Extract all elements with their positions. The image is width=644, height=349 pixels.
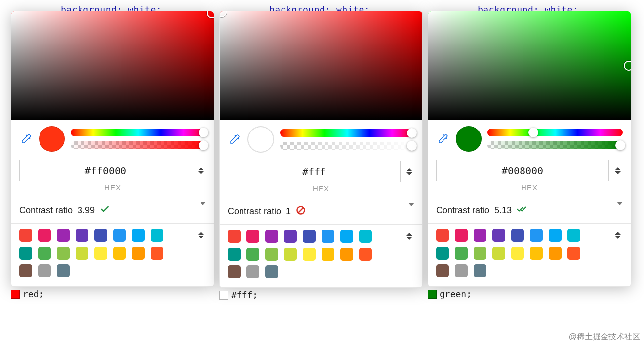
swatch[interactable] xyxy=(246,230,259,243)
legend-chip xyxy=(428,290,437,299)
swatch[interactable] xyxy=(455,247,468,260)
swatch[interactable] xyxy=(284,248,297,261)
expand-contrast[interactable] xyxy=(408,206,414,217)
saturation-value-area[interactable] xyxy=(11,11,214,120)
expand-contrast[interactable] xyxy=(200,205,206,216)
swatch[interactable] xyxy=(567,247,580,260)
swatch[interactable] xyxy=(94,229,107,242)
expand-contrast[interactable] xyxy=(617,205,623,216)
swatch[interactable] xyxy=(38,247,51,260)
legend-text: green; xyxy=(440,289,472,299)
swatch[interactable] xyxy=(113,247,126,260)
eyedropper-icon[interactable] xyxy=(228,132,242,146)
format-stepper[interactable] xyxy=(613,167,623,174)
swatch[interactable] xyxy=(492,229,505,242)
alpha-thumb[interactable] xyxy=(615,140,625,150)
swatch[interactable] xyxy=(530,229,543,242)
contrast-label: Contrast ratio xyxy=(228,206,281,217)
swatch[interactable] xyxy=(94,247,107,260)
eyedropper-icon[interactable] xyxy=(436,132,450,146)
swatch[interactable] xyxy=(57,264,70,277)
contrast-section[interactable]: Contrast ratio5.13 xyxy=(428,197,631,223)
saturation-value-area[interactable] xyxy=(220,11,422,120)
swatch[interactable] xyxy=(511,247,524,260)
swatch[interactable] xyxy=(228,230,241,243)
alpha-thumb[interactable] xyxy=(199,140,208,150)
swatch[interactable] xyxy=(76,247,88,260)
swatch[interactable] xyxy=(38,229,51,242)
swatch[interactable] xyxy=(303,248,316,261)
swatch[interactable] xyxy=(436,247,449,260)
palette xyxy=(428,224,631,286)
swatch[interactable] xyxy=(246,248,259,261)
swatch[interactable] xyxy=(511,229,524,242)
swatch[interactable] xyxy=(359,230,372,243)
hue-thumb[interactable] xyxy=(528,128,538,137)
palette-stepper[interactable] xyxy=(613,232,623,239)
swatch[interactable] xyxy=(265,248,278,261)
swatch[interactable] xyxy=(359,248,372,261)
swatch[interactable] xyxy=(265,230,278,243)
sv-picker-dot[interactable] xyxy=(624,61,631,71)
swatch[interactable] xyxy=(567,229,580,242)
legend: red; xyxy=(11,289,214,299)
hex-input[interactable] xyxy=(228,161,401,182)
swatch[interactable] xyxy=(38,264,51,277)
legend: green; xyxy=(428,289,631,299)
swatch[interactable] xyxy=(265,265,278,278)
hue-slider[interactable] xyxy=(280,129,414,137)
swatch[interactable] xyxy=(474,264,486,277)
swatch[interactable] xyxy=(474,229,486,242)
swatch[interactable] xyxy=(228,265,241,278)
swatch[interactable] xyxy=(246,265,259,278)
hex-input[interactable] xyxy=(19,160,192,181)
hue-slider[interactable] xyxy=(71,129,206,136)
hue-thumb[interactable] xyxy=(199,128,208,137)
swatch[interactable] xyxy=(530,247,543,260)
swatch[interactable] xyxy=(113,229,126,242)
swatch[interactable] xyxy=(340,248,353,261)
eyedropper-icon[interactable] xyxy=(19,132,33,146)
palette-stepper[interactable] xyxy=(196,232,206,239)
swatch[interactable] xyxy=(151,229,163,242)
hex-input[interactable] xyxy=(436,160,609,181)
contrast-label: Contrast ratio xyxy=(436,205,489,216)
swatch[interactable] xyxy=(132,229,145,242)
alpha-slider[interactable] xyxy=(71,141,206,149)
swatch[interactable] xyxy=(436,264,449,277)
swatch[interactable] xyxy=(76,229,88,242)
swatch[interactable] xyxy=(474,247,486,260)
swatch[interactable] xyxy=(549,247,562,260)
swatch[interactable] xyxy=(455,229,468,242)
swatch[interactable] xyxy=(322,230,334,243)
format-stepper[interactable] xyxy=(404,168,414,175)
swatch[interactable] xyxy=(19,264,32,277)
swatch[interactable] xyxy=(322,248,334,261)
contrast-section[interactable]: Contrast ratio1 xyxy=(220,198,422,224)
contrast-section[interactable]: Contrast ratio3.99 xyxy=(11,197,214,223)
swatch[interactable] xyxy=(132,247,145,260)
alpha-slider[interactable] xyxy=(487,141,623,149)
palette-stepper[interactable] xyxy=(404,233,414,240)
swatch[interactable] xyxy=(455,264,468,277)
swatch[interactable] xyxy=(340,230,353,243)
swatch[interactable] xyxy=(57,247,70,260)
swatch[interactable] xyxy=(151,247,163,260)
legend: #fff; xyxy=(219,290,423,300)
alpha-slider[interactable] xyxy=(280,142,414,150)
swatch[interactable] xyxy=(19,229,32,242)
alpha-thumb[interactable] xyxy=(407,141,417,151)
swatch[interactable] xyxy=(436,229,449,242)
hue-slider[interactable] xyxy=(487,129,623,136)
swatch[interactable] xyxy=(228,248,241,261)
swatch[interactable] xyxy=(492,247,505,260)
hue-thumb[interactable] xyxy=(407,128,417,138)
swatch[interactable] xyxy=(284,230,297,243)
swatch[interactable] xyxy=(57,229,70,242)
saturation-value-area[interactable] xyxy=(428,11,631,120)
format-label: HEX xyxy=(220,184,422,198)
swatch[interactable] xyxy=(303,230,316,243)
swatch[interactable] xyxy=(19,247,32,260)
format-stepper[interactable] xyxy=(196,167,206,174)
swatch[interactable] xyxy=(549,229,562,242)
